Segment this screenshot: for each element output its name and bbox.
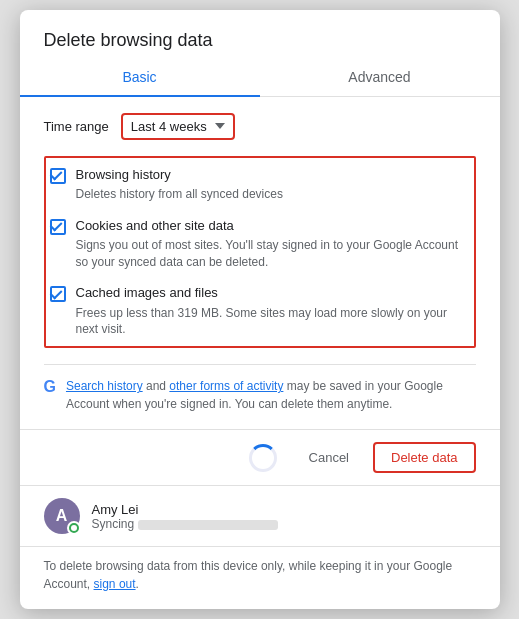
checkboxes-group: Browsing history Deletes history from al…	[44, 156, 476, 349]
profile-name: Amy Lei	[92, 502, 476, 517]
content-area: Time range Last 4 weeks Browsing history…	[20, 97, 500, 430]
sync-badge-icon	[67, 521, 81, 535]
tab-basic[interactable]: Basic	[20, 59, 260, 97]
checkbox-cached-input[interactable]	[50, 286, 66, 302]
search-history-link[interactable]: Search history	[66, 379, 143, 393]
tabs-bar: Basic Advanced	[20, 59, 500, 97]
cookies-desc: Signs you out of most sites. You'll stay…	[76, 237, 470, 271]
other-activity-link[interactable]: other forms of activity	[169, 379, 283, 393]
sign-out-link[interactable]: sign out	[94, 577, 136, 591]
checkbox-browsing-history-input[interactable]	[50, 168, 66, 184]
google-icon: G	[44, 378, 56, 396]
checkbox-browsing-history[interactable]: Browsing history Deletes history from al…	[50, 166, 470, 203]
profile-row: A Amy Lei Syncing	[20, 485, 500, 546]
actions-row: Cancel Delete data	[20, 429, 500, 485]
sync-email-blurred	[138, 520, 278, 530]
cached-title: Cached images and files	[76, 284, 470, 302]
time-range-row: Time range Last 4 weeks	[44, 113, 476, 140]
delete-data-button[interactable]: Delete data	[373, 442, 476, 473]
browsing-history-title: Browsing history	[76, 166, 470, 184]
cookies-title: Cookies and other site data	[76, 217, 470, 235]
checkbox-cached[interactable]: Cached images and files Frees up less th…	[50, 284, 470, 338]
checkbox-cookies[interactable]: Cookies and other site data Signs you ou…	[50, 217, 470, 271]
time-range-select[interactable]: Last 4 weeks	[121, 113, 235, 140]
cached-desc: Frees up less than 319 MB. Some sites ma…	[76, 305, 470, 339]
profile-sync-label: Syncing	[92, 517, 476, 531]
cancel-button[interactable]: Cancel	[293, 442, 365, 473]
footer-text: To delete browsing data from this device…	[20, 546, 500, 609]
delete-browsing-data-dialog: Delete browsing data Basic Advanced Time…	[20, 10, 500, 610]
time-range-value: Last 4 weeks	[131, 119, 207, 134]
tab-advanced[interactable]: Advanced	[260, 59, 500, 97]
checkbox-cookies-input[interactable]	[50, 219, 66, 235]
dropdown-arrow-icon	[215, 123, 225, 129]
time-range-label: Time range	[44, 119, 109, 134]
loading-spinner	[249, 444, 277, 472]
google-notice-text: Search history and other forms of activi…	[66, 377, 476, 413]
browsing-history-desc: Deletes history from all synced devices	[76, 186, 470, 203]
google-notice: G Search history and other forms of acti…	[44, 364, 476, 429]
avatar: A	[44, 498, 80, 534]
dialog-title: Delete browsing data	[20, 10, 500, 59]
